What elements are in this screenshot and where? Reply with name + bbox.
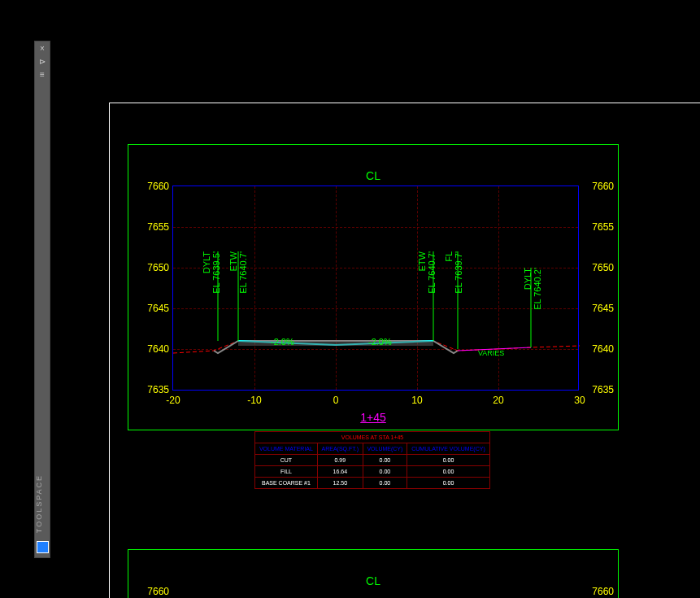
y-tick: 7645 — [137, 303, 169, 314]
x-tick: -10 — [242, 395, 267, 406]
y-tick: 7655 — [581, 221, 614, 233]
elev-label: EL 7640.7' — [238, 251, 248, 294]
cell: 0.00 — [363, 466, 407, 478]
y-tick: 7650 — [581, 262, 614, 273]
section-frame-1: CL 7660 7655 7650 7645 7640 7635 7660 76… — [128, 144, 619, 430]
y-tick: 7660 — [581, 586, 614, 597]
y-tick: 7650 — [137, 262, 169, 273]
elev-label: EL 7640.2' — [533, 268, 542, 310]
cell: 0.00 — [407, 455, 490, 466]
y-tick: 7660 — [137, 181, 169, 192]
slope-label: -2.0% — [271, 337, 294, 347]
volume-table: VOLUMES AT STA 1+45 VOLUME MATERIAL AREA… — [254, 431, 490, 489]
y-tick: 7660 — [581, 181, 614, 192]
cell: 0.00 — [407, 478, 490, 489]
point-label: ETW — [417, 251, 427, 271]
elev-label: EL 7639.5' — [211, 251, 221, 294]
varies-label: VARIES — [478, 349, 504, 357]
y-tick: 7640 — [137, 343, 169, 355]
col-header: AREA(SQ.FT.) — [317, 443, 363, 455]
y-tick: 7645 — [581, 303, 614, 314]
y-tick: 7635 — [137, 384, 169, 395]
centerline-label: CL — [366, 574, 380, 587]
point-label: DYLT — [523, 268, 533, 290]
col-header: VOLUME MATERIAL — [255, 443, 318, 455]
y-tick: 7640 — [581, 343, 614, 355]
point-label: DYLT — [202, 251, 211, 273]
section-frame-2: CL 7660 7660 — [128, 549, 619, 598]
slope-label: -2.0% — [368, 337, 392, 347]
toolspace-label: TOOLSPACE — [35, 474, 51, 533]
x-tick: 0 — [324, 395, 348, 406]
cell: 12.50 — [317, 478, 363, 489]
toolspace-panel: × ⊳ ≡ TOOLSPACE — [34, 41, 50, 558]
autodesk-icon[interactable] — [37, 541, 49, 553]
cell: 0.99 — [317, 455, 363, 466]
x-tick: 20 — [486, 395, 511, 406]
svg-rect-0 — [238, 341, 433, 346]
cell: 0.00 — [363, 455, 407, 466]
station-label: 1+45 — [360, 411, 386, 424]
y-tick: 7635 — [581, 384, 614, 395]
chart-grid: DYLT EL 7639.5' ETW EL 7640.7' ETW EL 76… — [172, 186, 579, 391]
close-icon[interactable]: × — [37, 43, 48, 55]
x-tick: 10 — [405, 395, 429, 406]
cell: BASE COARSE #1 — [255, 478, 318, 489]
cell: 0.00 — [363, 478, 407, 489]
cell: CUT — [255, 455, 318, 466]
elev-label: EL 7640.7' — [427, 251, 437, 294]
menu-icon[interactable]: ≡ — [37, 69, 48, 81]
x-tick: 30 — [567, 395, 592, 406]
point-label: ETW — [228, 251, 238, 271]
centerline-label: CL — [366, 169, 380, 182]
table-title: VOLUMES AT STA 1+45 — [255, 432, 490, 443]
drawing-paper[interactable]: CL 7660 7655 7650 7645 7640 7635 7660 76… — [109, 103, 700, 598]
col-header: VOLUME(CY) — [363, 443, 407, 455]
col-header: CUMULATIVE VOLUME(CY) — [407, 443, 490, 455]
y-tick: 7660 — [137, 586, 169, 597]
point-label: FL — [444, 251, 454, 262]
elev-label: EL 7639.7' — [454, 251, 463, 294]
cell: 0.00 — [407, 466, 490, 478]
x-tick: -20 — [161, 395, 185, 406]
y-tick: 7655 — [137, 221, 169, 233]
cell: 16.64 — [317, 466, 363, 478]
cross-section-drawing — [173, 186, 580, 391]
pin-icon[interactable]: ⊳ — [37, 56, 48, 68]
cell: FILL — [255, 466, 318, 478]
